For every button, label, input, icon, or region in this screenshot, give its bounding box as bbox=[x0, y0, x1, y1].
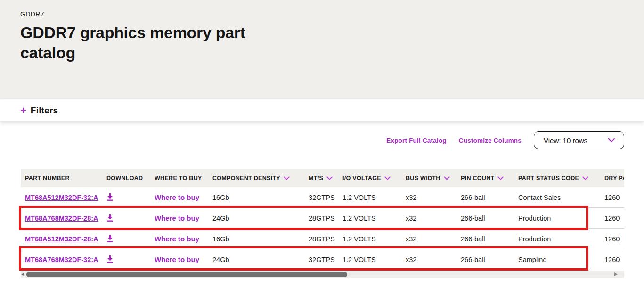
hero-section: GDDR7 GDDR7 graphics memory part catalog bbox=[0, 0, 644, 99]
filters-toggle-label: Filters bbox=[31, 105, 58, 116]
part-number-link[interactable]: MT68A512M32DF-32:A bbox=[25, 194, 98, 201]
arrow-left-icon[interactable] bbox=[21, 272, 24, 276]
parts-table: PART NUMBER DOWNLOAD WHERE TO BUY COMPON… bbox=[21, 169, 624, 270]
where-to-buy-link[interactable]: Where to buy bbox=[155, 214, 199, 222]
table-toolbar: Export Full Catalog Customize Columns Vi… bbox=[21, 131, 624, 149]
column-header-mts[interactable]: MT/S bbox=[309, 175, 342, 182]
where-to-buy-link[interactable]: Where to buy bbox=[155, 193, 199, 201]
chevron-down-icon[interactable] bbox=[326, 175, 333, 182]
chevron-down-icon bbox=[608, 136, 615, 144]
export-full-catalog-link[interactable]: Export Full Catalog bbox=[386, 137, 447, 144]
pin-count-cell: 266-ball bbox=[461, 194, 518, 201]
customize-columns-link[interactable]: Customize Columns bbox=[459, 137, 522, 144]
chevron-down-icon[interactable] bbox=[582, 175, 588, 182]
column-header-component-density[interactable]: COMPONENT DENSITY bbox=[212, 175, 309, 182]
view-rows-dropdown[interactable]: View: 10 rows bbox=[534, 131, 624, 149]
column-header-io-voltage[interactable]: I/O VOLTAGE bbox=[342, 175, 406, 182]
part-number-link[interactable]: MT68A512M32DF-28:A bbox=[25, 235, 98, 243]
plus-icon: + bbox=[20, 105, 26, 116]
mts-cell: 32GTPS bbox=[309, 194, 342, 201]
column-header-part-status-code[interactable]: PART STATUS CODE bbox=[518, 175, 604, 182]
chevron-down-icon[interactable] bbox=[497, 175, 504, 182]
gddr7-catalog-page: GDDR7 GDDR7 graphics memory part catalog… bbox=[0, 0, 644, 287]
chevron-down-icon[interactable] bbox=[284, 175, 290, 182]
chevron-down-icon[interactable] bbox=[384, 175, 391, 182]
where-to-buy-link[interactable]: Where to buy bbox=[155, 235, 199, 243]
io-voltage-cell: 1.2 VOLTS bbox=[342, 235, 406, 243]
mts-cell: 32GTPS bbox=[309, 256, 342, 263]
view-rows-value: View: 10 rows bbox=[544, 136, 587, 144]
dry-pack-cell: 1260 bbox=[604, 215, 624, 222]
mts-cell: 28GTPS bbox=[309, 235, 342, 243]
bus-width-cell: x32 bbox=[406, 215, 461, 222]
table-row: MT68A768M32DF-28:A Where to buy 24Gb 28G… bbox=[21, 208, 624, 229]
bus-width-cell: x32 bbox=[406, 256, 461, 263]
column-header-pin-count[interactable]: PIN COUNT bbox=[461, 175, 518, 182]
part-status-cell: Production bbox=[518, 235, 604, 243]
download-icon[interactable] bbox=[106, 193, 114, 201]
mts-cell: 28GTPS bbox=[309, 215, 342, 222]
scrollbar-thumb[interactable] bbox=[26, 272, 347, 277]
column-header-bus-width[interactable]: BUS WIDTH bbox=[406, 175, 461, 182]
pin-count-cell: 266-ball bbox=[461, 215, 518, 222]
part-status-cell: Contact Sales bbox=[518, 194, 604, 201]
where-to-buy-link[interactable]: Where to buy bbox=[155, 255, 199, 263]
column-header-part-number: PART NUMBER bbox=[21, 175, 106, 182]
download-icon[interactable] bbox=[106, 255, 114, 263]
table-row: MT68A512M32DF-32:A Where to buy 16Gb 32G… bbox=[21, 187, 624, 208]
pin-count-cell: 266-ball bbox=[461, 256, 518, 263]
io-voltage-cell: 1.2 VOLTS bbox=[342, 215, 406, 222]
bus-width-cell: x32 bbox=[406, 194, 461, 201]
column-header-dry-pack: DRY PA bbox=[604, 175, 624, 182]
column-header-download: DOWNLOAD bbox=[106, 175, 155, 182]
download-icon[interactable] bbox=[106, 214, 114, 222]
pin-count-cell: 266-ball bbox=[461, 235, 518, 243]
component-density-cell: 24Gb bbox=[212, 215, 309, 222]
table-row: MT68A768M32DF-32:A Where to buy 24Gb 32G… bbox=[21, 249, 624, 270]
part-status-cell: Production bbox=[518, 215, 604, 222]
table-row: MT68A512M32DF-28:A Where to buy 16Gb 28G… bbox=[21, 229, 624, 249]
dry-pack-cell: 1260 bbox=[604, 194, 624, 201]
io-voltage-cell: 1.2 VOLTS bbox=[342, 256, 406, 263]
page-title: GDDR7 graphics memory part catalog bbox=[20, 23, 275, 63]
io-voltage-cell: 1.2 VOLTS bbox=[342, 194, 406, 201]
dry-pack-cell: 1260 bbox=[604, 235, 624, 243]
bus-width-cell: x32 bbox=[406, 235, 461, 243]
arrow-right-icon[interactable] bbox=[614, 272, 618, 276]
part-status-cell: Sampling bbox=[518, 256, 604, 263]
chevron-down-icon[interactable] bbox=[444, 175, 450, 182]
component-density-cell: 16Gb bbox=[212, 194, 309, 201]
horizontal-scrollbar[interactable] bbox=[21, 271, 624, 278]
component-density-cell: 16Gb bbox=[212, 235, 309, 243]
column-header-where-to-buy: WHERE TO BUY bbox=[155, 175, 212, 182]
download-icon[interactable] bbox=[106, 235, 114, 243]
component-density-cell: 24Gb bbox=[212, 256, 309, 263]
part-number-link[interactable]: MT68A768M32DF-28:A bbox=[25, 215, 98, 222]
table-header-row: PART NUMBER DOWNLOAD WHERE TO BUY COMPON… bbox=[21, 169, 624, 187]
breadcrumb: GDDR7 bbox=[20, 10, 44, 18]
filters-bar[interactable]: + Filters bbox=[0, 99, 644, 121]
dry-pack-cell: 1260 bbox=[604, 256, 624, 263]
part-number-link[interactable]: MT68A768M32DF-32:A bbox=[25, 256, 98, 263]
